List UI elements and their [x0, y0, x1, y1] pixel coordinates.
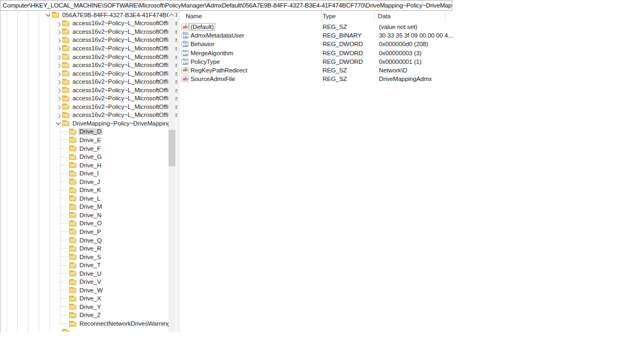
- tree-item[interactable]: Drive_Q: [1, 236, 178, 245]
- tree-item[interactable]: Drive_D: [1, 128, 178, 136]
- chevron-right-icon[interactable]: [56, 79, 61, 84]
- column-header-data[interactable]: Data: [378, 11, 391, 22]
- column-separator[interactable]: [445, 11, 445, 21]
- registry-value-row[interactable]: ab SourceAdmxFile REG_SZ DriveMappingAdm…: [179, 75, 511, 83]
- tree-item[interactable]: Drive_E: [1, 136, 178, 144]
- tree-item[interactable]: Drive_J: [1, 178, 178, 186]
- scroll-up-arrow-icon[interactable]: [169, 11, 175, 19]
- registry-editor-window: Computer\HKEY_LOCAL_MACHINE\SOFTWARE\Mic…: [0, 0, 644, 338]
- column-separator[interactable]: [374, 11, 375, 21]
- registry-value-row[interactable]: 011110 PolicyType REG_DWORD 0x00000001 (…: [179, 57, 511, 66]
- chevron-right-icon[interactable]: [56, 54, 61, 60]
- tree-connector: [59, 290, 68, 290]
- tree-item-label: Drive_T: [78, 262, 102, 269]
- chevron-right-icon[interactable]: [56, 95, 61, 101]
- tree-item-label: access16v2~Policy~L_MicrosoftOfficeac: [71, 95, 178, 102]
- value-type: REG_DWORD: [323, 49, 363, 57]
- tree-item[interactable]: Drive_S: [1, 253, 178, 261]
- chevron-right-icon[interactable]: [56, 104, 61, 109]
- tree-item[interactable]: access16v2~Policy~L_MicrosoftOfficeac: [1, 94, 178, 102]
- list-header: Name Type Data: [179, 11, 511, 22]
- tree-item-label: Drive_H: [78, 161, 103, 168]
- value-data: 0x000000d0 (208): [379, 40, 428, 48]
- tree-item[interactable]: access16v2~Policy~L_MicrosoftOfficeac: [1, 69, 178, 78]
- chevron-down-icon[interactable]: [46, 12, 51, 18]
- folder-icon: [62, 28, 69, 34]
- tree-item[interactable]: Drive_U: [1, 269, 178, 278]
- tree-item[interactable]: [1, 328, 178, 332]
- chevron-right-icon[interactable]: [56, 37, 61, 42]
- tree-item[interactable]: access16v2~Policy~L_MicrosoftOfficeac: [1, 77, 178, 86]
- value-data: (value not set): [379, 23, 417, 31]
- tree-connector: [59, 139, 68, 140]
- tree-item[interactable]: 056A7E9B-84FF-4327-B3E4-41F474BCF770: [1, 11, 178, 19]
- registry-value-row[interactable]: 011110 AdmxMetadataUser REG_BINARY 30 33…: [179, 31, 511, 40]
- folder-icon: [69, 246, 76, 252]
- tree-item[interactable]: Drive_Z: [1, 311, 178, 320]
- tree-item[interactable]: Drive_P: [1, 227, 178, 236]
- tree-item[interactable]: access16v2~Policy~L_MicrosoftOfficeac: [1, 86, 178, 94]
- tree-item[interactable]: Drive_T: [1, 261, 178, 269]
- tree-item[interactable]: access16v2~Policy~L_MicrosoftOfficeac: [1, 102, 178, 111]
- chevron-right-icon[interactable]: [56, 20, 61, 26]
- tree-connector: [59, 198, 68, 199]
- chevron-right-icon[interactable]: [56, 62, 61, 68]
- tree-item[interactable]: access16v2~Policy~L_MicrosoftOfficeac: [1, 27, 178, 36]
- tree-item-label: access16v2~Policy~L_MicrosoftOfficeac: [71, 70, 178, 77]
- column-header-type[interactable]: Type: [323, 11, 336, 22]
- address-bar[interactable]: Computer\HKEY_LOCAL_MACHINE\SOFTWARE\Mic…: [0, 0, 452, 11]
- tree-item[interactable]: access16v2~Policy~L_MicrosoftOfficeac: [1, 53, 178, 61]
- column-header-name[interactable]: Name: [186, 11, 202, 22]
- scrollbar-thumb[interactable]: [169, 130, 175, 166]
- folder-icon: [69, 321, 76, 327]
- value-name: Behavior: [191, 40, 215, 48]
- tree-connector: [59, 240, 68, 240]
- tree-item[interactable]: Drive_G: [1, 152, 178, 161]
- tree-item[interactable]: Drive_M: [1, 203, 178, 211]
- tree-item[interactable]: DriveMapping~Policy~DriveMapping: [1, 119, 178, 128]
- tree-pane: 056A7E9B-84FF-4327-B3E4-41F474BCF770 acc…: [0, 11, 178, 332]
- value-data: 0x00000003 (3): [379, 49, 421, 57]
- tree-item[interactable]: Drive_X: [1, 295, 178, 303]
- value-name: PolicyType: [191, 57, 220, 66]
- chevron-right-icon[interactable]: [56, 71, 61, 76]
- tree-item[interactable]: Drive_V: [1, 278, 178, 286]
- tree-item[interactable]: Drive_Y: [1, 303, 178, 311]
- tree-item[interactable]: access16v2~Policy~L_MicrosoftOfficeac: [1, 111, 178, 120]
- chevron-down-icon[interactable]: [56, 121, 61, 126]
- tree-item[interactable]: Drive_W: [1, 286, 178, 295]
- tree-item[interactable]: Drive_O: [1, 219, 178, 228]
- tree-item-label: access16v2~Policy~L_MicrosoftOfficeac: [71, 53, 178, 60]
- tree-item[interactable]: ReconnectNetworkDrivesWarning: [1, 319, 178, 328]
- tree-connector: [59, 248, 68, 249]
- tree-item[interactable]: Drive_K: [1, 186, 178, 194]
- tree-item-label: access16v2~Policy~L_MicrosoftOfficeac: [71, 103, 178, 110]
- tree-item[interactable]: access16v2~Policy~L_MicrosoftOfficeac: [1, 19, 178, 28]
- folder-icon: [62, 95, 69, 101]
- tree-item[interactable]: Drive_F: [1, 144, 178, 153]
- tree-item[interactable]: access16v2~Policy~L_MicrosoftOfficeac: [1, 36, 178, 45]
- chevron-right-icon[interactable]: [56, 46, 61, 51]
- tree-item[interactable]: Drive_H: [1, 161, 178, 170]
- tree-item[interactable]: access16v2~Policy~L_MicrosoftOfficeac: [1, 61, 178, 69]
- tree-item[interactable]: Drive_N: [1, 211, 178, 219]
- registry-value-row[interactable]: 011110 Behavior REG_DWORD 0x000000d0 (20…: [179, 40, 511, 48]
- tree-item[interactable]: Drive_L: [1, 194, 178, 203]
- folder-icon: [69, 254, 76, 260]
- chevron-right-icon[interactable]: [56, 87, 61, 93]
- registry-value-row[interactable]: ab (Default) REG_SZ (value not set): [179, 23, 511, 31]
- tree-item[interactable]: Drive_R: [1, 244, 178, 253]
- tree-item-label: Drive_E: [78, 136, 102, 143]
- chevron-right-icon[interactable]: [56, 112, 61, 117]
- column-separator[interactable]: [321, 11, 322, 21]
- tree-connector: [59, 148, 68, 149]
- tree-item-label: Drive_X: [78, 295, 102, 302]
- tree-scrollbar[interactable]: [169, 11, 175, 332]
- folder-icon: [62, 54, 69, 60]
- registry-value-row[interactable]: 011110 MergeAlgorithm REG_DWORD 0x000000…: [179, 49, 511, 57]
- chevron-right-icon[interactable]: [56, 29, 61, 34]
- tree-item[interactable]: Drive_I: [1, 169, 178, 178]
- folder-icon: [69, 304, 76, 310]
- tree-item[interactable]: access16v2~Policy~L_MicrosoftOfficeac: [1, 44, 178, 53]
- registry-value-row[interactable]: ab RegKeyPathRedirect REG_SZ Network\D: [179, 66, 511, 75]
